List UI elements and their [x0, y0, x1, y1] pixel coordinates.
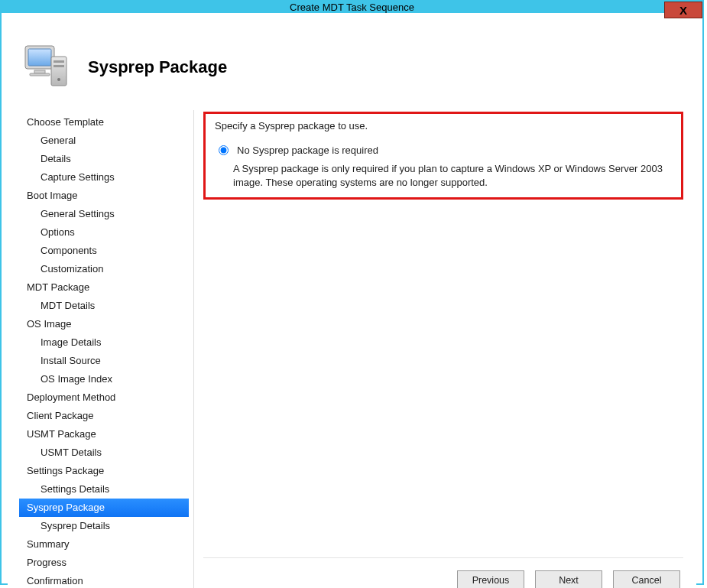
radio-input[interactable]	[219, 145, 229, 155]
nav-item-mdt-details[interactable]: MDT Details	[19, 297, 189, 315]
svg-rect-6	[54, 65, 64, 67]
nav-item-settings-details[interactable]: Settings Details	[19, 480, 189, 499]
nav-item-capture-settings[interactable]: Capture Settings	[19, 168, 189, 187]
nav-item-general-settings[interactable]: General Settings	[19, 205, 189, 223]
next-button[interactable]: Next	[535, 570, 602, 588]
nav-item-details[interactable]: Details	[19, 150, 189, 168]
wizard-body: Sysprep Package Choose TemplateGeneralDe…	[8, 19, 696, 588]
previous-button[interactable]: Previous	[457, 570, 524, 588]
nav-group-os-image[interactable]: OS Image	[19, 315, 189, 333]
nav-item-components[interactable]: Components	[19, 242, 189, 260]
nav-group-usmt-package[interactable]: USMT Package	[19, 425, 189, 443]
nav-item-options[interactable]: Options	[19, 223, 189, 242]
svg-rect-2	[34, 70, 45, 73]
divider	[193, 110, 194, 588]
close-button[interactable]: X	[664, 2, 702, 18]
instruction-text: Specify a Sysprep package to use.	[215, 120, 672, 132]
nav-item-sysprep-details[interactable]: Sysprep Details	[19, 517, 189, 535]
nav-group-settings-package[interactable]: Settings Package	[19, 462, 189, 480]
nav-group-mdt-package[interactable]: MDT Package	[19, 278, 189, 297]
nav-group-boot-image[interactable]: Boot Image	[19, 187, 189, 205]
close-icon: X	[679, 4, 687, 17]
nav-group-deployment-method[interactable]: Deployment Method	[19, 388, 189, 407]
nav-item-image-details[interactable]: Image Details	[19, 333, 189, 352]
wizard-nav: Choose TemplateGeneralDetailsCapture Set…	[19, 110, 189, 588]
titlebar: Create MDT Task Sequence X	[2, 2, 702, 13]
wizard-window: Create MDT Task Sequence X	[0, 0, 704, 585]
svg-rect-3	[30, 73, 50, 76]
highlight-annotation: Specify a Sysprep package to use. No Sys…	[203, 112, 683, 200]
wizard-content: Specify a Sysprep package to use. No Sys…	[199, 110, 685, 588]
nav-group-confirmation[interactable]: Confirmation	[19, 572, 189, 588]
nav-group-summary[interactable]: Summary	[19, 535, 189, 554]
nav-group-progress[interactable]: Progress	[19, 554, 189, 572]
nav-group-choose-template[interactable]: Choose Template	[19, 113, 189, 132]
page-title: Sysprep Package	[88, 57, 227, 77]
option-no-sysprep[interactable]: No Sysprep package is required	[215, 144, 672, 158]
nav-item-os-image-index[interactable]: OS Image Index	[19, 370, 189, 388]
nav-item-general[interactable]: General	[19, 132, 189, 150]
nav-group-client-package[interactable]: Client Package	[19, 407, 189, 425]
wizard-split: Choose TemplateGeneralDetailsCapture Set…	[19, 110, 685, 588]
window-title: Create MDT Task Sequence	[290, 2, 414, 13]
option-description: A Sysprep package is only required if yo…	[233, 162, 672, 190]
wizard-header: Sysprep Package	[19, 28, 685, 110]
svg-rect-1	[28, 49, 51, 66]
nav-group-sysprep-package[interactable]: Sysprep Package	[19, 499, 189, 517]
radio-label[interactable]: No Sysprep package is required	[237, 144, 378, 158]
nav-item-usmt-details[interactable]: USMT Details	[19, 443, 189, 462]
nav-item-customization[interactable]: Customization	[19, 260, 189, 278]
nav-item-install-source[interactable]: Install Source	[19, 352, 189, 370]
svg-point-7	[57, 78, 60, 81]
svg-rect-5	[54, 60, 64, 63]
cancel-button[interactable]: Cancel	[613, 570, 680, 588]
computer-icon	[22, 41, 71, 93]
wizard-footer: Previous Next Cancel	[203, 557, 683, 588]
